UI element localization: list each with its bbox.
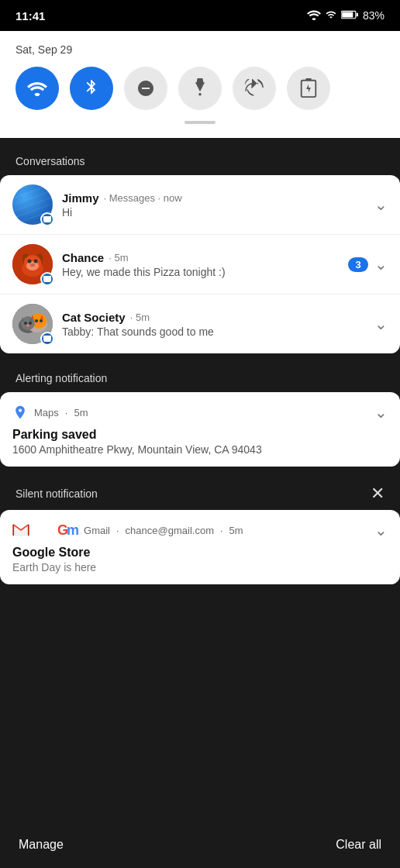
cat-society-app-badge xyxy=(40,332,54,346)
clear-all-button[interactable]: Clear all xyxy=(336,838,381,852)
conversations-card: Jimmy · Messages · now Hi ⌄ xyxy=(0,175,400,353)
gmail-app-name: Gmail xyxy=(84,525,110,536)
silent-section-header: Silent notification ✕ xyxy=(0,474,400,510)
svg-point-28 xyxy=(26,325,29,327)
gap3 xyxy=(0,468,400,474)
chance-expand-icon[interactable]: ⌄ xyxy=(374,255,388,274)
maps-dot: · xyxy=(65,407,68,418)
qs-rotate-button[interactable] xyxy=(233,67,276,110)
chance-badge: 3 xyxy=(348,257,368,272)
alerting-label: Alerting notification xyxy=(0,361,400,392)
cat-society-message: Tabby: That sounds good to me xyxy=(62,326,368,338)
qs-buttons-row xyxy=(16,67,384,110)
qs-dnd-button[interactable] xyxy=(124,67,167,110)
jimmy-expand-icon[interactable]: ⌄ xyxy=(374,195,388,214)
svg-point-27 xyxy=(29,322,32,325)
svg-rect-1 xyxy=(342,12,353,17)
battery-percent: 83% xyxy=(363,9,384,22)
gmail-title: Google Store xyxy=(12,546,388,560)
alerting-notification-card[interactable]: Maps · 5m ⌄ Parking saved 1600 Amphithea… xyxy=(0,392,400,467)
jimmy-content: Jimmy · Messages · now Hi xyxy=(62,191,368,219)
jimmy-message: Hi xyxy=(62,206,368,219)
cat-society-actions: ⌄ xyxy=(374,315,388,333)
cat-society-time: · 5m xyxy=(130,312,150,323)
alerting-title: Parking saved xyxy=(12,428,388,442)
qs-bluetooth-button[interactable] xyxy=(70,67,113,110)
conversation-jimmy[interactable]: Jimmy · Messages · now Hi ⌄ xyxy=(0,175,400,234)
alerting-body: 1600 Amphitheatre Pkwy, Mountain View, C… xyxy=(12,443,388,456)
status-bar: 11:41 83% xyxy=(0,0,400,31)
silent-close-button[interactable]: ✕ xyxy=(371,485,384,502)
conversation-chance[interactable]: Chance · 5m Hey, we made this Pizza toni… xyxy=(0,234,400,294)
cat-society-expand-icon[interactable]: ⌄ xyxy=(374,315,388,333)
maps-app-info: Maps · 5m xyxy=(12,405,88,420)
quick-settings-panel: Sat, Sep 29 xyxy=(0,31,400,138)
status-time: 11:41 xyxy=(16,9,45,22)
svg-point-23 xyxy=(21,316,35,330)
svg-point-21 xyxy=(40,319,43,322)
cat-society-content: Cat Society · 5m Tabby: That sounds good… xyxy=(62,311,368,338)
maps-time: 5m xyxy=(74,407,88,418)
gmail-notification-card[interactable]: Gm Gmail · chance@gmail.com · 5m ⌄ Googl… xyxy=(0,510,400,584)
qs-date: Sat, Sep 29 xyxy=(16,43,384,56)
chance-app-badge xyxy=(40,272,54,286)
wifi-icon xyxy=(307,9,321,22)
jimmy-name: Jimmy xyxy=(62,191,99,205)
cat-society-name: Cat Society xyxy=(62,311,126,324)
conversations-label: Conversations xyxy=(0,144,400,175)
gmail-app-info: Gm Gmail · chance@gmail.com · 5m xyxy=(12,522,243,539)
jimmy-app-badge xyxy=(40,212,54,226)
chance-time: · 5m xyxy=(109,252,128,264)
maps-app-name: Maps xyxy=(34,407,59,418)
maps-icon xyxy=(12,405,28,420)
gmail-dot1: · xyxy=(116,525,119,536)
signal-icon xyxy=(326,9,336,22)
qs-wifi-button[interactable] xyxy=(16,67,59,110)
gmail-dot2: · xyxy=(220,525,223,536)
jimmy-app: · Messages · now xyxy=(104,192,182,204)
chance-actions: 3 ⌄ xyxy=(348,255,388,274)
svg-point-11 xyxy=(28,260,32,264)
conversation-cat-society[interactable]: Cat Society · 5m Tabby: That sounds good… xyxy=(0,294,400,353)
chance-name: Chance xyxy=(62,251,104,264)
gmail-expand-icon[interactable]: ⌄ xyxy=(374,521,388,539)
battery-icon xyxy=(341,9,358,22)
svg-point-22 xyxy=(37,322,40,325)
svg-point-13 xyxy=(30,264,35,267)
svg-point-12 xyxy=(34,260,38,264)
svg-point-26 xyxy=(24,322,27,325)
gmail-icon xyxy=(12,524,29,536)
gap1 xyxy=(0,138,400,144)
gap4 xyxy=(0,586,400,592)
svg-point-20 xyxy=(35,319,38,322)
qs-battery-saver-button[interactable] xyxy=(287,67,330,110)
gmail-m-icon xyxy=(36,524,51,536)
silent-label: Silent notification xyxy=(16,487,98,500)
gmail-body: Earth Day is here xyxy=(12,561,388,574)
gmail-sender: chance@gmail.com xyxy=(126,525,214,536)
gmail-time: 5m xyxy=(229,525,243,536)
status-icons: 83% xyxy=(307,9,384,22)
alerting-expand-icon[interactable]: ⌄ xyxy=(374,403,388,422)
manage-button[interactable]: Manage xyxy=(19,838,64,852)
svg-rect-2 xyxy=(357,12,358,16)
gap2 xyxy=(0,355,400,361)
chance-message: Hey, we made this Pizza tonight :) xyxy=(62,266,342,278)
jimmy-actions: ⌄ xyxy=(374,195,388,214)
chance-content: Chance · 5m Hey, we made this Pizza toni… xyxy=(62,251,342,278)
qs-drag-handle[interactable] xyxy=(184,121,216,124)
bottom-bar: Manage Clear all xyxy=(0,822,400,868)
gmail-letter-icon: Gm xyxy=(57,522,78,539)
qs-flashlight-button[interactable] xyxy=(178,67,222,110)
